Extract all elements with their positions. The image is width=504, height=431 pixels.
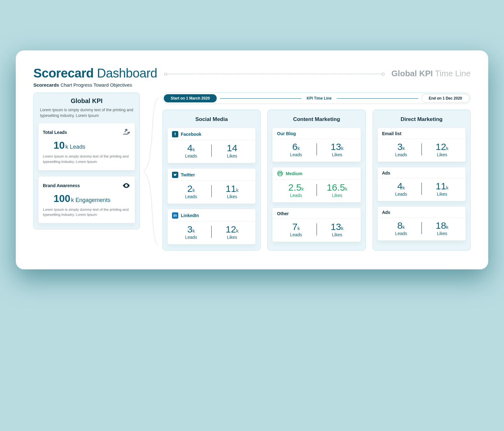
column-title: Direct Marketing bbox=[377, 116, 466, 123]
timeline-mid-label: KPI Time Line bbox=[305, 96, 333, 101]
kpi-label: Brand Awareness bbox=[43, 183, 80, 188]
metric-name: Twitter bbox=[181, 172, 195, 177]
kpi-label: Total Leads bbox=[43, 130, 67, 135]
column-title: Content Marketing bbox=[272, 116, 361, 123]
kpi-note: Lorem Ipsum is simply dummy text of the … bbox=[43, 207, 130, 217]
header: Scorecard Dashboard Scorecards Chart Pro… bbox=[33, 66, 471, 88]
metric-head: in LinkedIn bbox=[168, 209, 255, 221]
kpi-value: 10k Leads bbox=[54, 140, 130, 151]
metric-head: Email list bbox=[378, 128, 466, 139]
metric-card-ads-1[interactable]: Ads 4k Leads 11k Likes bbox=[377, 167, 466, 201]
metric-name: Ads bbox=[382, 210, 390, 215]
kpi-note: Lorem Ipsum is simply dummy text of the … bbox=[43, 154, 130, 164]
metric-likes: 18k Likes bbox=[422, 220, 462, 236]
header-connector bbox=[165, 74, 383, 74]
timeline-line bbox=[337, 98, 418, 99]
metric-leads: 3k Leads bbox=[171, 223, 211, 240]
metric-leads: 7k Leads bbox=[276, 221, 316, 237]
kpi-timeline-bar: Start on 1 March 2020 KPI Time Line End … bbox=[163, 93, 471, 104]
column-title: Social Media bbox=[167, 116, 256, 123]
metric-name: LinkedIn bbox=[181, 213, 199, 218]
timeline-title: Global KPI Time Line bbox=[392, 69, 471, 78]
facebook-icon: f bbox=[172, 131, 178, 137]
hand-icon bbox=[122, 128, 130, 136]
metric-leads: 3k Leads bbox=[381, 141, 421, 157]
metric-card-medium[interactable]: ⓜ Medium 2.5k Leads 16.5k Likes bbox=[272, 167, 361, 203]
timeline-line bbox=[220, 98, 301, 99]
metric-card-other[interactable]: Other 7k Leads 13k Likes bbox=[272, 208, 361, 242]
metric-name: Our Blog bbox=[277, 131, 296, 136]
metric-head: Other bbox=[272, 208, 360, 219]
metric-name: Ads bbox=[382, 170, 390, 175]
metric-leads: 2k Leads bbox=[171, 183, 211, 199]
metric-likes: 13k Likes bbox=[317, 141, 358, 157]
global-kpi-panel: Global KPI Lorem Ipsum is simply dummy t… bbox=[33, 93, 140, 229]
metric-name: Facebook bbox=[181, 132, 201, 137]
metric-likes: 14 Likes bbox=[212, 142, 252, 158]
metric-name: Other bbox=[277, 211, 289, 216]
medium-icon: ⓜ bbox=[277, 170, 283, 177]
metric-leads: 4k Leads bbox=[171, 142, 211, 158]
twitter-icon bbox=[172, 172, 178, 178]
kpi-value: 100k Engagements bbox=[54, 193, 130, 204]
metric-leads: 2.5k Leads bbox=[276, 181, 316, 198]
metric-leads: 4k Leads bbox=[381, 180, 421, 197]
metric-head: Ads bbox=[378, 207, 466, 218]
metric-card-email[interactable]: Email list 3k Leads 12k Likes bbox=[377, 128, 466, 162]
metric-leads: 8k Leads bbox=[381, 220, 421, 236]
eye-icon bbox=[122, 181, 130, 190]
page-subtitle: Scorecards Chart Progress Toward Objecti… bbox=[33, 82, 157, 88]
metric-head: Twitter bbox=[168, 169, 255, 181]
linkedin-icon: in bbox=[172, 212, 178, 219]
title-block: Scorecard Dashboard Scorecards Chart Pro… bbox=[33, 66, 157, 88]
metric-name: Medium bbox=[286, 171, 302, 176]
metric-card-facebook[interactable]: f Facebook 4k Leads 14 Likes bbox=[167, 128, 256, 163]
column-social-media: Social Media f Facebook 4k Leads bbox=[163, 110, 261, 250]
metric-head: f Facebook bbox=[168, 128, 255, 140]
metric-card-ads-2[interactable]: Ads 8k Leads 18k Likes bbox=[377, 206, 466, 241]
svg-point-0 bbox=[126, 129, 127, 131]
columns: Social Media f Facebook 4k Leads bbox=[163, 110, 471, 250]
dashboard-canvas: Scorecard Dashboard Scorecards Chart Pro… bbox=[16, 50, 488, 269]
timeline-end-pill[interactable]: End on 1 Dec 2020 bbox=[421, 94, 469, 103]
brace-connector bbox=[140, 93, 163, 250]
kpi-card-total-leads[interactable]: Total Leads 10k Leads Lorem Ipsum is sim… bbox=[38, 123, 135, 170]
right-side: Start on 1 March 2020 KPI Time Line End … bbox=[163, 93, 471, 250]
metric-name: Email list bbox=[382, 131, 401, 136]
page-title: Scorecard Dashboard bbox=[33, 66, 157, 80]
svg-point-1 bbox=[126, 185, 127, 186]
column-content-marketing: Content Marketing Our Blog 6k Leads bbox=[267, 110, 365, 250]
metric-likes: 13k Likes bbox=[317, 221, 358, 237]
metric-leads: 6k Leads bbox=[276, 141, 316, 157]
metric-likes: 11k Likes bbox=[212, 183, 252, 199]
metric-likes: 12k Likes bbox=[212, 223, 252, 240]
metric-likes: 12k Likes bbox=[422, 141, 462, 157]
metric-head: ⓜ Medium bbox=[272, 167, 360, 180]
timeline-start-pill[interactable]: Start on 1 March 2020 bbox=[164, 94, 217, 102]
metric-card-linkedin[interactable]: in LinkedIn 3k Leads 12k Likes bbox=[167, 209, 256, 244]
main: Global KPI Lorem Ipsum is simply dummy t… bbox=[33, 93, 471, 250]
column-direct-marketing: Direct Marketing Email list 3k Leads bbox=[373, 110, 471, 250]
metric-head: Our Blog bbox=[272, 128, 360, 139]
metric-card-blog[interactable]: Our Blog 6k Leads 13k Likes bbox=[272, 128, 361, 162]
metric-card-twitter[interactable]: Twitter 2k Leads 11k Likes bbox=[167, 168, 256, 204]
metric-head: Ads bbox=[378, 167, 466, 178]
metric-likes: 16.5k Likes bbox=[317, 181, 358, 198]
metric-likes: 11k Likes bbox=[422, 180, 462, 197]
global-kpi-desc: Lorem Ipsum is simply dummy text of the … bbox=[38, 107, 135, 123]
global-kpi-heading: Global KPI bbox=[38, 97, 135, 105]
kpi-card-brand-awareness[interactable]: Brand Awareness 100k Engagements Lorem I… bbox=[38, 176, 135, 223]
